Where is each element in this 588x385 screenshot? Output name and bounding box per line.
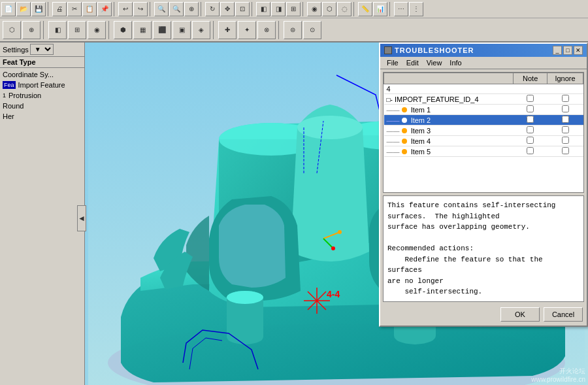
ts-item3-ignore[interactable] xyxy=(547,126,583,136)
tb2-btn8[interactable]: ⬛ xyxy=(153,21,171,39)
ts-cancel-button[interactable]: Cancel xyxy=(544,307,583,322)
feat-item-coord[interactable]: Coordinate Sy... xyxy=(0,69,84,80)
ts-item4-ignore-check[interactable] xyxy=(562,137,569,144)
tb2-sep4 xyxy=(278,21,281,39)
tb-btn-cut[interactable]: ✂ xyxy=(67,2,82,16)
ts-item3-dot xyxy=(402,128,407,133)
ts-feature-note-check[interactable] xyxy=(527,95,534,102)
ts-item5-note[interactable] xyxy=(514,146,547,157)
tb-btn-print[interactable]: 🖨 xyxy=(52,2,67,16)
ts-feature-note[interactable] xyxy=(514,94,547,105)
ts-maximize-btn[interactable]: □ xyxy=(563,46,572,55)
tb-btn-undo[interactable]: ↩ xyxy=(118,2,133,16)
tb2-btn15[interactable]: ⊙ xyxy=(303,21,321,39)
viewport[interactable]: 4-4 TROUBLESHOOTER _ □ ✕ xyxy=(85,42,588,385)
tb2-btn13[interactable]: ⊗ xyxy=(257,21,276,39)
feat-item-round[interactable]: Round xyxy=(0,101,84,111)
ts-item2-ignore-check[interactable] xyxy=(562,116,569,123)
ts-menu-view[interactable]: View xyxy=(423,58,446,67)
tb-btn-view1[interactable]: ◧ xyxy=(256,2,270,16)
tb-btn-shade[interactable]: ◉ xyxy=(307,2,321,16)
tb2-btn1[interactable]: ⬡ xyxy=(3,21,21,39)
ts-item2-ignore[interactable] xyxy=(547,115,583,126)
ts-item1-ignore[interactable] xyxy=(547,105,583,115)
tb2-btn11[interactable]: ✚ xyxy=(218,21,237,39)
ts-item4-row[interactable]: —— Item 4 xyxy=(384,136,583,146)
ts-title: TROUBLESHOOTER xyxy=(395,46,474,54)
tb2-btn5[interactable]: ◉ xyxy=(88,21,106,39)
ts-item5-ignore[interactable] xyxy=(547,146,583,157)
tb-sep5 xyxy=(252,2,254,16)
tb-btn-pan[interactable]: ✥ xyxy=(220,2,235,16)
tb-btn-analysis[interactable]: 📊 xyxy=(373,2,387,16)
tb-btn-fit[interactable]: ⊕ xyxy=(184,2,199,16)
ts-item2-note[interactable] xyxy=(514,115,547,126)
tb-btn-measure[interactable]: 📏 xyxy=(358,2,372,16)
tb-btn-rotate[interactable]: ↻ xyxy=(205,2,220,16)
tb-btn-new[interactable]: 📄 xyxy=(1,2,16,16)
ts-menu-file[interactable]: File xyxy=(383,58,402,67)
tb2-btn9[interactable]: ▣ xyxy=(172,21,191,39)
ts-item1-cell: —— Item 1 xyxy=(384,105,514,115)
ts-item1-note-check[interactable] xyxy=(527,105,534,112)
tb2-btn3[interactable]: ◧ xyxy=(48,21,67,39)
ts-item5-row[interactable]: —— Item 5 xyxy=(384,146,583,157)
ts-feature-row[interactable]: □- IMPORT_FEATURE_ID_4 xyxy=(384,94,583,105)
ts-feature-ignore-check[interactable] xyxy=(562,95,569,102)
tb2-btn14[interactable]: ⊜ xyxy=(284,21,302,39)
tb2-btn6[interactable]: ⬢ xyxy=(114,21,132,39)
feat-item-protrusion[interactable]: 1 Protrusion xyxy=(0,90,84,101)
tb-btn-copy[interactable]: 📋 xyxy=(82,2,97,16)
svg-point-6 xyxy=(297,116,363,139)
tb-btn-extra2[interactable]: ⋮ xyxy=(409,2,423,16)
ts-item5-note-check[interactable] xyxy=(527,147,534,154)
ts-item4-note-check[interactable] xyxy=(527,137,534,144)
tb-btn-paste[interactable]: 📌 xyxy=(97,2,112,16)
tb2-btn10[interactable]: ◈ xyxy=(192,21,210,39)
ts-menu-info[interactable]: Info xyxy=(446,58,465,67)
ts-table-area[interactable]: Note Ignore 4 □- IMPO xyxy=(383,72,584,193)
ts-item1-note[interactable] xyxy=(514,105,547,115)
tb-btn-view2[interactable]: ◨ xyxy=(271,2,286,16)
ts-item4-label: Item 4 xyxy=(411,137,431,145)
tb-btn-view3[interactable]: ⊞ xyxy=(286,2,301,16)
ts-feature-ignore[interactable] xyxy=(547,94,583,105)
ts-item1-row[interactable]: —— Item 1 xyxy=(384,105,583,115)
tb-btn-open[interactable]: 📂 xyxy=(16,2,31,16)
left-nav-arrow[interactable]: ◄ xyxy=(77,205,86,231)
ts-item1-ignore-check[interactable] xyxy=(562,105,569,112)
ts-item3-ignore-check[interactable] xyxy=(562,126,569,133)
feat-item-her[interactable]: Her xyxy=(0,111,84,122)
ts-close-btn[interactable]: ✕ xyxy=(574,46,583,55)
ts-item3-note-check[interactable] xyxy=(527,126,534,133)
ts-item3-row[interactable]: —— Item 3 xyxy=(384,126,583,136)
tb2-btn7[interactable]: ▦ xyxy=(133,21,152,39)
ts-minimize-btn[interactable]: _ xyxy=(553,46,562,55)
ts-menu-edit[interactable]: Edit xyxy=(402,58,423,67)
ts-ok-button[interactable]: OK xyxy=(500,307,540,322)
ts-item2-note-check[interactable] xyxy=(527,116,534,123)
tb-btn-zoom-out[interactable]: 🔍 xyxy=(169,2,184,16)
tb-btn-redo[interactable]: ↪ xyxy=(133,2,148,16)
tb2-btn4[interactable]: ⊞ xyxy=(68,21,86,39)
tb-btn-extra1[interactable]: ⋯ xyxy=(394,2,408,16)
tb-btn-save[interactable]: 💾 xyxy=(31,2,46,16)
ts-message-area: This feature contains self-intersecting … xyxy=(383,195,584,302)
tb-btn-zoom[interactable]: ⊡ xyxy=(235,2,250,16)
toolbar-row2: ⬡ ⊕ ◧ ⊞ ◉ ⬢ ▦ ⬛ ▣ ◈ ✚ ✦ ⊗ ⊜ ⊙ xyxy=(0,18,588,42)
tb-btn-zoom-in[interactable]: 🔍 xyxy=(154,2,169,16)
ts-item3-note[interactable] xyxy=(514,126,547,136)
tb2-btn2[interactable]: ⊕ xyxy=(22,21,41,39)
settings-dropdown[interactable]: ▼ xyxy=(30,44,54,55)
ts-item2-row[interactable]: —— Item 2 xyxy=(384,115,583,126)
tb2-btn12[interactable]: ✦ xyxy=(238,21,256,39)
tb2-sep1 xyxy=(43,21,46,39)
tb-btn-hidden[interactable]: ◌ xyxy=(337,2,351,16)
settings-bar: Settings ▼ xyxy=(0,42,84,57)
feat-her-label: Her xyxy=(3,112,14,120)
ts-item4-note[interactable] xyxy=(514,136,547,146)
ts-item4-ignore[interactable] xyxy=(547,136,583,146)
ts-item5-ignore-check[interactable] xyxy=(562,147,569,154)
feat-item-import[interactable]: Fea Import Feature xyxy=(0,80,84,90)
tb-btn-wire[interactable]: ⬡ xyxy=(322,2,336,16)
